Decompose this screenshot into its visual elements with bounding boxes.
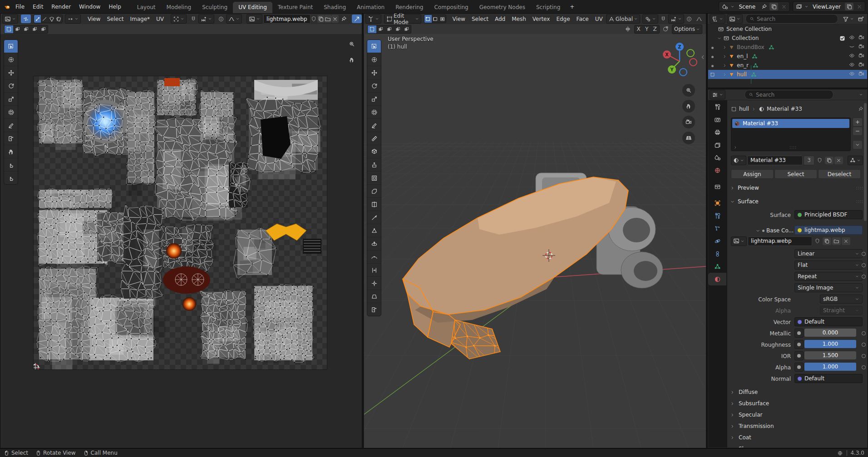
disclosure-chevron-icon[interactable] [722, 45, 727, 50]
uv-sticky-mode-dropdown[interactable] [65, 14, 81, 24]
workspace-tab-animation[interactable]: Animation [351, 2, 390, 13]
uv-tool-rotate[interactable] [4, 79, 18, 92]
image-browse-dropdown[interactable] [731, 236, 747, 246]
viewport-tool-rip-region[interactable] [367, 303, 381, 316]
properties-tab-output[interactable] [708, 126, 726, 138]
viewport-tool-add-cube[interactable] [367, 145, 381, 158]
properties-editor-type-dropdown[interactable] [710, 90, 725, 99]
viewport-tool-annotate[interactable] [367, 118, 381, 132]
disclosure-chevron-icon[interactable] [722, 54, 727, 59]
viewport-tool-smooth[interactable] [367, 250, 381, 263]
uv-tool-scale[interactable] [4, 92, 18, 105]
eye-icon[interactable] [847, 71, 857, 78]
viewport-tool-extrude[interactable] [367, 158, 381, 171]
mirror-z-button[interactable]: Z [651, 25, 659, 33]
extension-dropdown[interactable]: Repeat [794, 272, 863, 281]
selectmode-difference-button[interactable] [30, 25, 39, 33]
fake-user-shield-icon[interactable] [815, 157, 824, 164]
selectmode-subtract-button[interactable] [22, 25, 30, 33]
zoom-icon[interactable] [345, 38, 358, 50]
snap-toggle[interactable] [658, 15, 668, 23]
selectmode-difference-button[interactable] [394, 25, 402, 33]
section-transmission[interactable]: Transmission [730, 421, 866, 431]
uv-tool-select-circle[interactable] [4, 53, 18, 66]
uv-menu-select[interactable]: Select [104, 14, 127, 24]
material-specials-dropdown[interactable] [853, 140, 863, 149]
viewport-menu-mesh[interactable]: Mesh [508, 14, 529, 24]
workspace-tab-shading[interactable]: Shading [318, 2, 351, 13]
viewport-menu-select[interactable]: Select [469, 14, 492, 24]
viewport-tool-shrink-fatten[interactable] [367, 276, 381, 290]
outliner-filter-icon[interactable] [841, 15, 856, 23]
properties-tab-physics[interactable] [708, 235, 726, 247]
preview-panel-header[interactable]: Preview:::: [730, 184, 863, 192]
copy-material-button[interactable] [825, 157, 833, 164]
viewport-tool-cursor[interactable] [367, 53, 381, 66]
pin-icon[interactable] [858, 106, 863, 112]
viewport-canvas-area[interactable]: User Perspective (1) hull Z X Y [364, 34, 706, 448]
viewport-tool-spin[interactable] [367, 237, 381, 250]
outliner-row-scene-collection[interactable]: Scene Collection [708, 25, 867, 34]
outliner-editor-type-dropdown[interactable] [710, 14, 725, 24]
outliner-display-mode-dropdown[interactable] [727, 14, 743, 24]
eye-icon[interactable] [847, 34, 857, 42]
material-slot-row[interactable]: Material #33 [732, 119, 849, 128]
zoom-icon[interactable] [682, 84, 695, 97]
interpolation-dropdown[interactable]: Linear [794, 249, 863, 258]
unlink-material-button[interactable] [834, 157, 843, 164]
open-image-folder-button[interactable] [325, 15, 331, 23]
eye-icon[interactable] [847, 62, 857, 69]
viewport-tool-edge-slide[interactable] [367, 263, 381, 276]
section-coat[interactable]: Coat [730, 432, 866, 442]
mirror-y-button[interactable]: Y [643, 25, 651, 33]
viewport-tool-scale[interactable] [367, 92, 381, 105]
uv-menu-image[interactable]: Image* [127, 14, 153, 24]
viewport-menu-face[interactable]: Face [573, 14, 592, 24]
properties-tab-tool[interactable] [708, 100, 726, 113]
snap-target-dropdown[interactable] [668, 14, 684, 24]
mode-dropdown[interactable]: Edit Mode [384, 14, 421, 24]
falloff-curve-icon[interactable] [694, 15, 704, 23]
base-color-expander[interactable]: Base Co... [730, 226, 794, 235]
uv-falloff-dropdown[interactable] [226, 14, 242, 24]
selectmode-set-button[interactable] [5, 25, 13, 33]
delete-viewlayer-button[interactable] [855, 3, 863, 10]
selectmode-set-button[interactable] [368, 25, 376, 33]
outliner-new-collection-icon[interactable] [856, 15, 866, 23]
viewport-tool-inset[interactable] [367, 171, 381, 184]
navigation-gizmo[interactable]: Z X Y [661, 40, 699, 79]
uv-proportional-edit-toggle[interactable] [216, 15, 226, 23]
properties-tab-material[interactable] [708, 273, 726, 285]
outliner-row-boundbox[interactable]: BoundBox [708, 43, 867, 52]
workspace-tab-compositing[interactable]: Compositing [429, 2, 473, 13]
camera-restrict-icon[interactable] [858, 34, 867, 42]
uv-tool-grab[interactable] [4, 145, 18, 158]
disclosure-chevron-icon[interactable] [722, 63, 727, 68]
uv-tool-move[interactable] [4, 66, 18, 79]
source-dropdown[interactable]: Single Image [794, 283, 863, 292]
animate-decorator[interactable] [862, 354, 866, 358]
edge-select-button[interactable] [432, 15, 439, 23]
viewport-tool-transform[interactable] [367, 105, 381, 118]
camera-restrict-icon[interactable] [858, 44, 867, 51]
material-users-count[interactable]: 3 [804, 156, 814, 165]
selectmode-intersect-button[interactable] [39, 25, 48, 33]
menu-help[interactable]: Help [104, 0, 125, 13]
viewport-menu-add[interactable]: Add [492, 14, 508, 24]
new-viewlayer-button[interactable] [845, 3, 853, 10]
fake-user-shield-icon[interactable] [813, 237, 822, 245]
uv-image-name-field[interactable]: lightmap.webp [263, 14, 311, 24]
viewport-menu-view[interactable]: View [449, 14, 468, 24]
viewport-editor-type-dropdown[interactable] [365, 14, 381, 24]
properties-tab-constraints[interactable] [708, 247, 726, 260]
menu-edit[interactable]: Edit [29, 0, 47, 13]
viewport-tool-loop-cut[interactable] [367, 197, 381, 211]
viewport-tool-bevel[interactable] [367, 184, 381, 197]
normal-field[interactable]: Default [794, 374, 863, 383]
ortho-grid-icon[interactable] [682, 132, 695, 144]
ior-slider[interactable]: 1.500 [804, 351, 856, 359]
uv-menu-view[interactable]: View [84, 14, 104, 24]
camera-restrict-icon[interactable] [858, 71, 867, 78]
alpha-slider-toggle[interactable] [794, 363, 804, 372]
viewlayer-selector[interactable]: ViewLayer [793, 1, 865, 12]
